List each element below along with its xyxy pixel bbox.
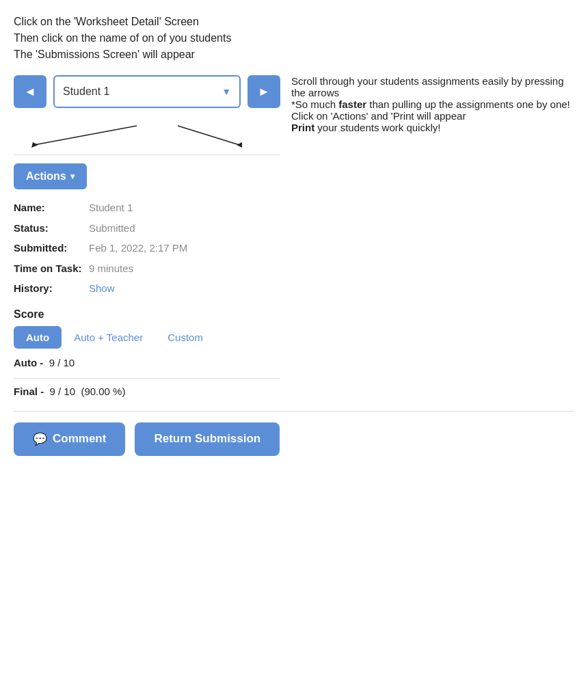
status-row: Status: Submitted	[14, 219, 280, 237]
prev-student-button[interactable]: ◄	[14, 75, 46, 108]
svg-line-2	[178, 126, 239, 145]
faster-note: *So much faster than pulling up the assi…	[291, 98, 574, 110]
name-value: Student 1	[89, 199, 133, 217]
auto-score-value: 9 / 10	[49, 357, 75, 368]
next-student-button[interactable]: ►	[248, 75, 280, 108]
history-row: History: Show	[14, 280, 280, 297]
instruction-text: Click on the 'Worksheet Detail' Screen T…	[14, 14, 574, 63]
bottom-section: 💬 Comment Return Submission	[14, 411, 574, 456]
return-submission-label: Return Submission	[154, 432, 260, 446]
score-section: Score Auto Auto + Teacher Custom Auto - …	[14, 308, 280, 368]
name-row: Name: Student 1	[14, 199, 280, 217]
score-tabs: Auto Auto + Teacher Custom	[14, 326, 280, 349]
status-value: Submitted	[89, 219, 135, 237]
actions-note: Click on 'Actions' and 'Print will appea…	[291, 110, 574, 122]
arrows-svg	[14, 119, 267, 149]
svg-marker-3	[237, 142, 242, 148]
notes-column: Scroll through your students assignments…	[280, 75, 574, 397]
student-navigation: ◄ Student 1 ▼ ►	[14, 75, 280, 108]
time-label: Time on Task:	[14, 260, 89, 278]
auto-score-prefix: Auto -	[14, 357, 43, 368]
scroll-note: Scroll through your students assignments…	[291, 75, 574, 98]
status-label: Status:	[14, 219, 89, 237]
divider-1	[14, 154, 280, 155]
history-label: History:	[14, 280, 89, 297]
score-tab-auto-teacher[interactable]: Auto + Teacher	[62, 326, 155, 349]
print-note: Print your students work quickly!	[291, 122, 574, 133]
time-value: 9 minutes	[89, 260, 133, 278]
final-score-line: Final - 9 / 10 (90.00 %)	[14, 386, 280, 397]
final-percent: (90.00 %)	[81, 386, 125, 397]
submitted-label: Submitted:	[14, 239, 89, 257]
final-value: 9 / 10	[50, 386, 76, 397]
student-name-label: Student 1	[63, 85, 216, 98]
history-show-link[interactable]: Show	[89, 280, 115, 297]
student-selector[interactable]: Student 1 ▼	[53, 75, 241, 108]
auto-score-line: Auto - 9 / 10	[14, 357, 280, 368]
dropdown-arrow-icon: ▼	[222, 86, 231, 97]
arrow-annotation	[14, 119, 280, 149]
student-info-table: Name: Student 1 Status: Submitted Submit…	[14, 199, 280, 297]
score-title: Score	[14, 308, 280, 321]
submitted-row: Submitted: Feb 1, 2022, 2:17 PM	[14, 239, 280, 257]
name-label: Name:	[14, 199, 89, 217]
score-tab-auto[interactable]: Auto	[14, 326, 62, 349]
submitted-value: Feb 1, 2022, 2:17 PM	[89, 239, 187, 257]
time-row: Time on Task: 9 minutes	[14, 260, 280, 278]
comment-label: Comment	[53, 432, 106, 446]
actions-button[interactable]: Actions ▾	[14, 163, 87, 189]
svg-line-0	[34, 126, 137, 145]
actions-dropdown-arrow: ▾	[70, 172, 75, 181]
comment-button[interactable]: 💬 Comment	[14, 422, 125, 456]
final-prefix: Final -	[14, 386, 44, 397]
return-submission-button[interactable]: Return Submission	[135, 422, 280, 456]
svg-marker-1	[31, 142, 38, 148]
comment-icon: 💬	[33, 432, 47, 446]
score-tab-custom[interactable]: Custom	[155, 326, 215, 349]
divider-2	[14, 378, 280, 379]
